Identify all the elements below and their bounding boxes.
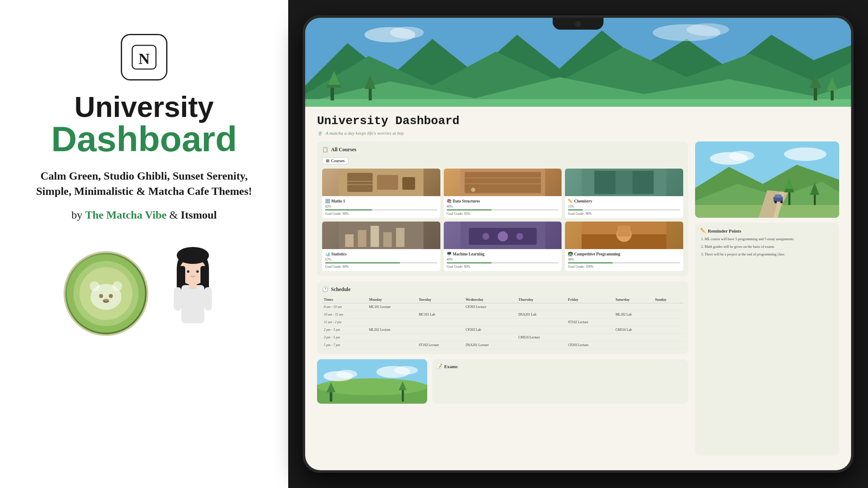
goal-grade-cp: Goal Grade: 100% [568,265,680,269]
svg-point-8 [99,294,103,298]
svg-point-17 [196,270,199,273]
course-name-data: 📚 Data Structures [447,199,559,203]
exams-icon: 📝 [437,363,442,369]
svg-rect-56 [358,230,366,247]
svg-text:N: N [139,50,150,67]
svg-rect-18 [181,285,204,323]
exams-header: 📝 Exams [437,363,684,369]
schedule-table: Times Monday Tuesday Wednesday Thursday … [322,296,683,349]
th-friday: Friday [566,296,614,303]
svg-point-9 [109,294,113,298]
matcha-latte-image [64,251,148,336]
separator: & [170,209,178,221]
th-wednesday: Wednesday [464,296,517,303]
courses-tab-label: Courses [331,158,345,163]
course-thumb-maths [322,169,440,196]
th-monday: Monday [367,296,417,303]
course-name-ml: 🖥️ Machine Learning [447,252,559,256]
course-thumb-chem [565,169,683,196]
schedule-label: Schedule [331,286,351,293]
svg-point-37 [390,27,424,39]
dashboard-subtitle: 🍵 A matcha a day keeps life's worries at… [317,130,839,136]
course-info-stats: 📊 Statistics 67% Goal Grade: 80% [322,249,440,271]
th-times: Times [322,296,367,303]
course-thumb-data [444,169,562,196]
course-card-maths[interactable]: 🔢 Maths 1 42% Goal Grade: 90% [322,169,440,218]
tablet-screen: University Dashboard 🍵 A matcha a day ke… [305,18,851,470]
svg-rect-43 [402,177,415,190]
reminders-section: ✏️ Reminder Points 1. ML course will hav… [695,223,839,456]
bottom-row: 📝 Exams [317,359,688,404]
svg-point-50 [471,188,475,192]
course-progress-data: 40% [447,205,559,208]
table-row: 11 am - 2 pm ST102 Lecture [322,319,683,326]
character-illustration [161,243,225,336]
svg-rect-41 [347,173,373,192]
svg-rect-47 [465,172,541,193]
course-progress-maths: 42% [325,205,437,208]
course-card-data[interactable]: 📚 Data Structures 40% Goal Grade: 95% [444,169,562,218]
courses-tab[interactable]: ⊞ Courses [322,157,348,164]
main-grid: 📋 All Courses ⊞ Courses [317,141,839,456]
svg-point-16 [187,270,189,273]
course-card-chem[interactable]: ✏️ Chemistry 13% Goal Grade: 90% [565,169,683,218]
course-info-ml: 🖥️ Machine Learning 40% Goal Grade: 80% [444,249,562,271]
course-card-cp[interactable]: 👩‍💻 Competitive Programming 40% Goal Gra… [565,222,683,271]
course-name-maths: 🔢 Maths 1 [325,199,437,203]
th-sunday: Sunday [653,296,683,303]
course-info-chem: ✏️ Chemistry 13% Goal Grade: 90% [565,196,683,218]
svg-point-7 [112,281,122,291]
svg-point-96 [774,201,777,203]
svg-point-15 [177,247,209,264]
svg-point-6 [90,281,100,291]
table-row: 2 pm - 3 pm ML202 Lecture CP203 Lab CM51… [322,326,683,334]
course-progress-chem: 13% [568,205,680,208]
courses-section-header: 📋 All Courses [322,147,683,153]
svg-rect-78 [402,389,404,402]
course-progress-ml: 40% [447,258,559,261]
courses-section: 📋 All Courses ⊞ Courses [317,141,688,276]
left-column: 📋 All Courses ⊞ Courses [317,141,688,456]
svg-point-97 [780,201,783,203]
svg-rect-68 [618,226,631,236]
svg-rect-95 [775,194,782,198]
svg-rect-57 [370,226,379,247]
course-progress-stats: 67% [325,258,437,261]
svg-point-75 [394,366,418,374]
svg-rect-76 [330,391,332,402]
by-prefix: by [71,209,82,221]
svg-rect-89 [788,190,790,205]
course-name-chem: ✏️ Chemistry [568,199,680,203]
sky-section [317,359,427,404]
exams-label: Exams [444,364,458,369]
goal-grade-ml: Goal Grade: 80% [447,265,559,269]
reminders-title: ✏️ Reminder Points [700,228,834,233]
course-name-stats: 📊 Statistics [325,252,437,256]
svg-point-62 [498,231,508,241]
table-row: 8 am - 10 am MC101 Lecture CP203 Lecture [322,303,683,311]
schedule-tbody: 8 am - 10 am MC101 Lecture CP203 Lecture [322,303,683,349]
svg-rect-53 [616,171,633,194]
goal-grade-stats: Goal Grade: 80% [325,265,437,269]
goal-grade-maths: Goal Grade: 90% [325,212,437,216]
svg-point-73 [336,370,357,378]
course-progress-cp: 40% [568,258,680,261]
svg-point-63 [482,233,489,240]
course-thumb-ml [444,222,562,249]
svg-point-39 [687,23,729,36]
course-card-ml[interactable]: 🖥️ Machine Learning 40% Goal Grade: 80% [444,222,562,271]
schedule-header: 🕐 Schedule [322,286,683,293]
bottom-images [64,243,225,336]
courses-grid: 🔢 Maths 1 42% Goal Grade: 90% [322,169,683,271]
by-line: by The Matcha Vibe & Itsmoul [71,209,217,222]
title-dashboard: Dashboard [51,121,237,157]
course-card-stats[interactable]: 📊 Statistics 67% Goal Grade: 80% [322,222,440,271]
th-tuesday: Tuesday [417,296,464,303]
schedule-section: 🕐 Schedule Times Monday Tuesday Wedne [317,281,688,354]
svg-point-64 [516,233,523,240]
svg-point-82 [729,151,754,161]
notion-logo: N [121,34,167,80]
grid-icon: ⊞ [326,158,329,163]
landscape-image [695,141,839,218]
course-name-cp: 👩‍💻 Competitive Programming [568,252,680,256]
